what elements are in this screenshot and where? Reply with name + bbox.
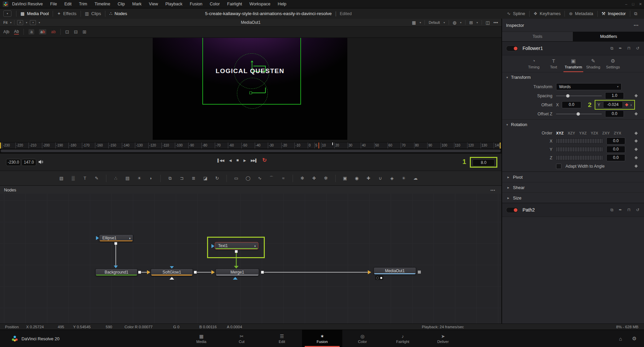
subtab-shading[interactable]: ✎Shading [583, 55, 603, 72]
channel-booleans-tool-icon[interactable]: ≣ [189, 174, 198, 182]
menu-fusion[interactable]: Fusion [186, 0, 206, 8]
media-pool-button[interactable]: ▩ Media Pool [16, 8, 53, 19]
menu-davinci-resolve[interactable]: DaVinci Resolve [8, 0, 46, 8]
node-background1[interactable]: Background1 [95, 269, 138, 276]
page-media[interactable]: ▦Media [181, 330, 221, 347]
keyframe-diamond-icon[interactable] [635, 165, 638, 168]
text-insert-cursor[interactable]: A|b [3, 30, 9, 34]
keyframe-diamond-icon[interactable] [635, 156, 638, 160]
menu-workspace[interactable]: Workspace [246, 0, 274, 8]
menu-color[interactable]: Color [206, 0, 224, 8]
text-underline[interactable]: Ab [14, 29, 19, 35]
playhead[interactable] [318, 142, 319, 149]
follower-node-3[interactable]: ⊞ [83, 29, 87, 35]
roi-select-icon[interactable]: ▪ [30, 20, 36, 25]
viewer-canvas[interactable]: LOGICAL QUESTEN [0, 38, 501, 142]
transform-tool-icon[interactable]: ↻ [213, 174, 221, 182]
keyframe-diamond-icon[interactable] [635, 94, 638, 98]
keyframe-diamond-icon[interactable] [635, 148, 638, 151]
step-back-button[interactable]: ◀ [229, 159, 231, 162]
pin-icon[interactable]: ✒ [619, 208, 622, 212]
page-fusion[interactable]: ✶Fusion [302, 330, 342, 347]
current-frame-field[interactable]: 8.0 [473, 159, 495, 166]
color-gain-tool-icon[interactable]: ◪ [201, 174, 210, 182]
menu-edit[interactable]: Edit [61, 0, 76, 8]
reset-icon[interactable]: ↺ [636, 46, 639, 51]
keyframe-diamond-icon[interactable] [635, 131, 638, 135]
merge-tool-icon[interactable]: ⧉ [166, 174, 175, 182]
spotlight-3d-tool-icon[interactable]: ✚ [364, 174, 373, 182]
path2-header[interactable]: Path2 ⧉✒⊓↺ [502, 203, 644, 217]
order-zxy[interactable]: ZXY [602, 131, 610, 135]
order-zyx[interactable]: ZYX [614, 131, 621, 135]
viewer1-dot[interactable] [376, 277, 379, 279]
color-curves-tool-icon[interactable]: ▤ [123, 174, 132, 182]
color-corrector-tool-icon[interactable]: ☀ [135, 174, 144, 182]
nodes-options-icon[interactable]: ••• [490, 188, 495, 192]
node-text1[interactable]: Text1◑ [215, 242, 258, 249]
section-shear[interactable]: ▸Shear [502, 182, 644, 192]
viewer-lut-icon[interactable]: ▦ [412, 20, 416, 25]
background-tool-icon[interactable]: ▧ [57, 174, 66, 182]
bspline-mask-tool-icon[interactable]: ⌒ [267, 174, 276, 182]
timeline-ruler[interactable]: -230-220-210-200-190-180-170-160-150-140… [0, 142, 501, 149]
keyframe-diamond-icon[interactable] [635, 112, 638, 116]
motion-path-circle-bottom[interactable] [237, 78, 268, 109]
channel-select-icon[interactable]: A [17, 20, 23, 25]
stop-button[interactable]: ■ [236, 158, 238, 163]
lock-icon[interactable]: ⊓ [628, 208, 631, 212]
polygon-mask-tool-icon[interactable]: ∿ [255, 174, 264, 182]
offset-x-field[interactable]: 0.0 [562, 101, 581, 108]
rotation-x-field[interactable]: 0.0 [606, 137, 625, 144]
particle-emitter-tool-icon[interactable]: ✻ [298, 174, 307, 182]
zoom-select[interactable]: Fit [3, 20, 7, 24]
page-cut[interactable]: ✂Cut [221, 330, 262, 347]
particle-merge-tool-icon[interactable]: ✥ [310, 174, 318, 182]
transform-mode-select[interactable]: Words ▾ [556, 83, 622, 90]
menu-view[interactable]: View [145, 0, 162, 8]
shape-3d-tool-icon[interactable]: ◉ [352, 174, 361, 182]
page-deliver[interactable]: ➤Deliver [423, 330, 463, 347]
section-pivot[interactable]: ▸Pivot [502, 172, 644, 182]
fastnoise-tool-icon[interactable]: ▒ [69, 174, 78, 182]
viewer-layout-select[interactable]: Default [429, 20, 440, 24]
ellipse-mask-tool-icon[interactable]: ◯ [244, 174, 252, 182]
char-level[interactable]: a [29, 29, 34, 35]
gizmo-center-handle[interactable] [249, 92, 252, 94]
follower1-header[interactable]: Follower1 ⧉✒⊓↺ [502, 42, 644, 55]
order-xzy[interactable]: XZY [567, 131, 575, 135]
order-yzx[interactable]: YZX [591, 131, 598, 135]
inspector-button[interactable]: ⚒ Inspector [598, 8, 630, 19]
menu-playback[interactable]: Playback [162, 0, 186, 8]
node-ellipse1[interactable]: Ellipse1◑ [99, 234, 133, 242]
viewer-options-icon[interactable]: ••• [493, 20, 498, 25]
text-plus-tool-icon[interactable]: T [81, 174, 89, 182]
copy-icon[interactable]: ⧉ [610, 46, 613, 51]
node-merge1[interactable]: Merge1 [215, 269, 259, 276]
follower-node-2[interactable]: ⊟ [74, 29, 78, 35]
reset-icon[interactable]: ↺ [636, 208, 639, 212]
speaker-icon[interactable] [38, 160, 44, 166]
page-color[interactable]: ◎Color [342, 330, 383, 347]
keyframes-button[interactable]: ❖ Keyframes [530, 8, 565, 19]
bender-3d-tool-icon[interactable]: ∪ [376, 174, 385, 182]
node-editor-canvas[interactable]: Ellipse1◑Background1SoftGlow1Text1◑Merge… [0, 194, 501, 324]
lock-icon[interactable]: ⊓ [628, 46, 631, 51]
order-yxz[interactable]: YXZ [579, 131, 587, 135]
metadata-button[interactable]: ⊛ Metadata [565, 8, 597, 19]
menu-clip[interactable]: Clip [114, 0, 129, 8]
viewer-grid-icon[interactable]: ⊞ [469, 20, 473, 25]
magic-mask-tool-icon[interactable]: ≈ [279, 174, 288, 182]
line-level[interactable]: ab [51, 30, 55, 34]
keyframe-diamond-icon[interactable] [635, 139, 638, 143]
inspector-options-icon[interactable]: ••• [634, 23, 639, 27]
follower-node-1[interactable]: ⊡ [65, 29, 69, 35]
subtab-settings[interactable]: ⚙Settings [603, 55, 623, 72]
expand-arrow-icon[interactable]: › [631, 103, 632, 107]
close-button[interactable]: ✕ [639, 2, 642, 6]
spacing-slider[interactable] [556, 92, 602, 99]
particle-render-tool-icon[interactable]: ✼ [321, 174, 330, 182]
subtab-text[interactable]: TText [544, 55, 563, 72]
maximize-button[interactable]: □ [632, 2, 634, 6]
rotation-y-thumbwheel[interactable] [556, 147, 603, 152]
